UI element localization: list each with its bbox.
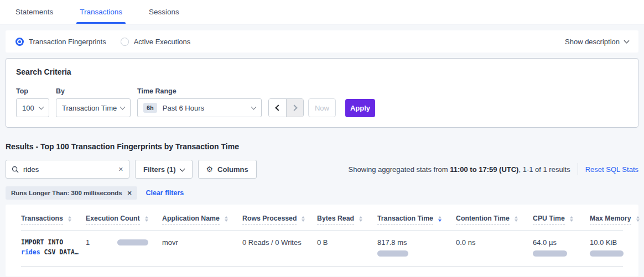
- results-search-box: ✕: [6, 160, 129, 179]
- sort-icon: [302, 216, 305, 222]
- clear-search-icon[interactable]: ✕: [118, 166, 123, 173]
- sort-icon: [570, 216, 573, 222]
- gear-icon: ⚙: [206, 165, 214, 174]
- execution-count-value: 1: [86, 238, 90, 247]
- table-header-row: Transactions Execution Count Application…: [21, 206, 623, 231]
- column-header-execution-count[interactable]: Execution Count: [86, 206, 162, 231]
- time-range-badge: 6h: [143, 103, 157, 113]
- search-criteria-title: Search Criteria: [16, 67, 628, 76]
- sort-icon: [68, 216, 71, 222]
- stats-text-suffix: , 1-1 of 1 results: [518, 165, 570, 174]
- cpu-time-bar: [533, 250, 567, 257]
- column-header-transactions[interactable]: Transactions: [21, 206, 86, 231]
- filter-chip-runs-longer-than: Runs Longer Than: 300 milliseconds ✕: [6, 186, 137, 200]
- time-range-value: Past 6 Hours: [163, 104, 204, 112]
- top-select[interactable]: 100: [16, 98, 49, 117]
- chevron-right-icon: [291, 104, 297, 111]
- radio-active-executions-label: Active Executions: [134, 38, 191, 46]
- top-label: Top: [16, 87, 49, 95]
- results-controls: ✕ Filters (1) ⚙ Columns Showing aggregat…: [6, 160, 638, 179]
- columns-button[interactable]: ⚙ Columns: [198, 160, 257, 179]
- reset-sql-stats-link[interactable]: Reset SQL Stats: [585, 165, 638, 174]
- columns-button-label: Columns: [217, 165, 248, 174]
- sort-icon: [145, 216, 148, 222]
- page-tabs: Statements Transactions Sessions: [0, 0, 644, 24]
- chevron-left-icon: [275, 104, 281, 111]
- by-label: By: [56, 87, 131, 95]
- column-header-rows-processed[interactable]: Rows Processed: [242, 206, 317, 231]
- chevron-down-icon: [39, 104, 44, 109]
- time-range-label: Time Range: [137, 87, 262, 95]
- time-window-arrows: [268, 98, 304, 117]
- page-body: Transaction Fingerprints Active Executio…: [0, 30, 644, 276]
- previous-time-window-button[interactable]: [269, 99, 286, 117]
- next-time-window-button[interactable]: [286, 99, 303, 117]
- radio-fingerprints-label: Transaction Fingerprints: [29, 38, 106, 46]
- time-range-field: Time Range 6h Past 6 Hours: [131, 87, 262, 117]
- chevron-down-icon: [624, 38, 630, 43]
- search-icon: [12, 166, 19, 173]
- clear-filters-link[interactable]: Clear filters: [146, 189, 184, 197]
- max-memory-bar: [590, 250, 624, 257]
- apply-button[interactable]: Apply: [345, 99, 375, 117]
- by-select[interactable]: Transaction Time: [56, 98, 131, 117]
- show-description-label: Show description: [565, 38, 620, 46]
- search-criteria-fields: Top 100 By Transaction Time Time Range 6…: [16, 87, 628, 117]
- filter-chip-label: Runs Longer Than: 300 milliseconds: [11, 190, 122, 196]
- by-field: By Transaction Time: [49, 87, 131, 117]
- column-header-bytes-read[interactable]: Bytes Read: [317, 206, 377, 231]
- view-mode-radio-group: Transaction Fingerprints Active Executio…: [15, 38, 190, 46]
- remove-filter-icon[interactable]: ✕: [127, 190, 132, 196]
- cell-max-memory: 10.0 KiB: [590, 231, 623, 267]
- results-heading: Results - Top 100 Transaction Fingerprin…: [6, 142, 638, 151]
- radio-selected-icon: [15, 38, 24, 46]
- transaction-fingerprint-link[interactable]: IMPORT INTO rides CSV DATA…: [21, 237, 81, 258]
- transaction-time-value: 817.8 ms: [377, 238, 451, 247]
- cell-rows-processed: 0 Reads / 0 Writes: [242, 231, 317, 267]
- sort-icon: [636, 216, 640, 222]
- now-button[interactable]: Now: [308, 98, 336, 117]
- search-input[interactable]: [23, 165, 118, 174]
- search-criteria-panel: Search Criteria Top 100 By Transaction T…: [6, 58, 638, 128]
- column-header-transaction-time[interactable]: Transaction Time: [377, 206, 456, 231]
- results-table-card: Transactions Execution Count Application…: [6, 205, 638, 276]
- cpu-time-value: 64.0 µs: [533, 238, 585, 247]
- aggregated-stats-summary: Showing aggregated stats from 11:00 to 1…: [349, 163, 638, 175]
- show-description-toggle[interactable]: Show description: [565, 38, 629, 46]
- stats-text-prefix: Showing aggregated stats from: [349, 165, 450, 174]
- cell-execution-count: 1: [86, 231, 162, 267]
- column-header-cpu-time[interactable]: CPU Time: [533, 206, 590, 231]
- tab-sessions[interactable]: Sessions: [146, 0, 183, 24]
- sort-icon: [225, 216, 228, 222]
- sort-icon: [438, 216, 442, 222]
- sort-icon: [515, 216, 518, 222]
- search-match-highlight: rides: [21, 248, 40, 256]
- time-range-select[interactable]: 6h Past 6 Hours: [137, 98, 262, 117]
- cell-bytes-read: 0 B: [317, 231, 377, 267]
- by-select-value: Transaction Time: [62, 104, 117, 112]
- cell-transaction-fingerprint: IMPORT INTO rides CSV DATA…: [21, 231, 86, 267]
- radio-active-executions[interactable]: Active Executions: [121, 38, 191, 46]
- transaction-time-bar: [377, 250, 408, 257]
- radio-unselected-icon: [121, 38, 129, 46]
- cell-transaction-time: 817.8 ms: [377, 231, 456, 267]
- chevron-down-icon: [179, 166, 185, 171]
- vertical-divider: [578, 163, 578, 175]
- top-select-value: 100: [22, 104, 34, 112]
- cell-contention-time: 0.0 ns: [456, 231, 533, 267]
- column-header-application-name[interactable]: Application Name: [162, 206, 242, 231]
- filters-button[interactable]: Filters (1): [135, 160, 193, 179]
- tab-transactions[interactable]: Transactions: [76, 0, 126, 24]
- tab-statements[interactable]: Statements: [12, 0, 56, 24]
- stats-time-range: 11:00 to 17:59 (UTC): [450, 165, 518, 174]
- chevron-down-icon: [120, 104, 126, 109]
- execution-count-bar: [117, 239, 148, 245]
- radio-transaction-fingerprints[interactable]: Transaction Fingerprints: [15, 38, 106, 46]
- cell-application-name: movr: [162, 231, 242, 267]
- filters-button-label: Filters (1): [143, 165, 176, 174]
- column-header-contention-time[interactable]: Contention Time: [456, 206, 533, 231]
- transactions-table: Transactions Execution Count Application…: [21, 206, 623, 267]
- column-header-max-memory[interactable]: Max Memory: [590, 206, 623, 231]
- active-filters-row: Runs Longer Than: 300 milliseconds ✕ Cle…: [6, 186, 638, 200]
- max-memory-value: 10.0 KiB: [590, 238, 619, 247]
